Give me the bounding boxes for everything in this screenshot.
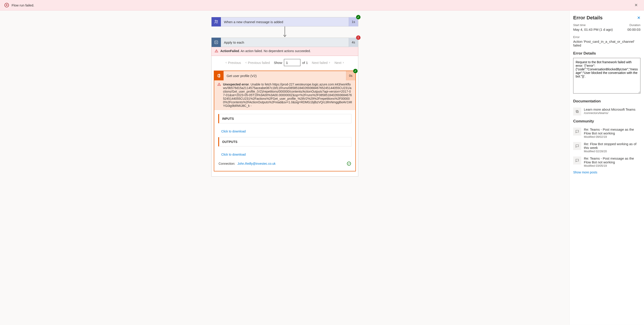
community-post[interactable]: Re: Teams - Post message as the Flow Bot… xyxy=(573,126,640,140)
chat-icon xyxy=(573,156,581,164)
connection-link[interactable]: John.Reilly@investec.co.uk xyxy=(238,162,276,166)
banner-text: Flow run failed. xyxy=(12,3,630,7)
inputs-box: INPUTS xyxy=(218,114,352,123)
pager-controls: ‹ Previous ‹ Previous failed Show of 1 N… xyxy=(214,59,356,70)
checkmark-icon: ✓ xyxy=(347,162,351,166)
close-icon[interactable]: ✕ xyxy=(633,3,640,8)
duration-label: Duration xyxy=(630,23,640,27)
success-badge-icon: ✓ xyxy=(356,15,360,19)
page-total: of 1 xyxy=(302,61,308,64)
success-badge-icon: ✓ xyxy=(353,69,358,73)
flow-connector xyxy=(4,26,565,38)
show-more-link[interactable]: Show more posts xyxy=(573,169,597,174)
doc-item-sub: /connectors/teams/ xyxy=(584,111,636,115)
outputs-box: OUTPUTS xyxy=(218,137,352,146)
chat-icon xyxy=(573,128,581,136)
start-time-label: Start time xyxy=(573,23,586,27)
error-circle-icon: ✕ xyxy=(4,3,9,7)
inner-error-strip: Unexpected error. Unable to fetch https:… xyxy=(214,80,356,110)
error-details-heading: Error Details xyxy=(573,51,640,56)
iterator-container: ‹ Previous ‹ Previous failed Show of 1 N… xyxy=(211,56,358,176)
inputs-download-link[interactable]: Click to download xyxy=(218,127,352,133)
inner-action-card[interactable]: ✓ Get user profile (V2) 0s xyxy=(214,70,356,172)
inner-error-text: Unexpected error. Unable to fetch https:… xyxy=(223,82,352,108)
page-input[interactable] xyxy=(284,59,300,66)
doc-item-title: Learn more about Microsoft Teams xyxy=(584,108,636,111)
community-sub: Modified 02/28/20 xyxy=(584,150,640,153)
connection-row: Connection: John.Reilly@investec.co.uk ✓ xyxy=(218,160,352,167)
action-failed-text: ActionFailed. An action failed. No depen… xyxy=(220,49,311,53)
community-heading: Community xyxy=(573,119,640,124)
error-summary: Action 'Post_card_in_a_chat_or_channel' … xyxy=(573,40,640,47)
office-icon xyxy=(214,71,224,80)
next-failed-button[interactable]: Next failed › xyxy=(312,60,330,64)
action-failed-strip: ActionFailed. An action failed. No depen… xyxy=(211,47,358,56)
svg-rect-8 xyxy=(576,111,578,113)
community-sub: Modified 09/02/19 xyxy=(584,135,640,138)
documentation-link[interactable]: Learn more about Microsoft Teams /connec… xyxy=(573,106,640,117)
outputs-label: OUTPUTS xyxy=(222,140,348,144)
apply-title: Apply to each xyxy=(221,38,349,47)
warning-icon xyxy=(215,49,218,54)
copy-icon xyxy=(573,108,581,116)
duration-value: 00:00:03 xyxy=(628,28,640,32)
community-post[interactable]: Re: Flow Bot stopped working as of this … xyxy=(573,140,640,155)
community-title: Re: Teams - Post message as the Flow Bot… xyxy=(584,156,640,164)
previous-failed-button[interactable]: ‹ Previous failed xyxy=(245,60,270,64)
community-post[interactable]: Re: Teams - Post message as the Flow Bot… xyxy=(573,155,640,169)
inputs-label: INPUTS xyxy=(222,117,348,120)
start-time-value: May 4, 01:43 PM (1 d ago) xyxy=(573,28,613,32)
community-title: Re: Flow Bot stopped working as of this … xyxy=(584,142,640,150)
documentation-heading: Documentation xyxy=(573,99,640,104)
error-details-panel: Error Details ✕ Start time Duration May … xyxy=(570,10,644,325)
chat-icon xyxy=(573,142,581,150)
community-sub: Modified 03/05/19 xyxy=(584,164,640,168)
previous-button[interactable]: ‹ Previous xyxy=(225,60,241,64)
close-icon[interactable]: ✕ xyxy=(637,15,640,20)
svg-rect-9 xyxy=(576,110,578,112)
flow-canvas: When a new channel message is added 1s ✓ xyxy=(0,10,570,325)
svg-point-0 xyxy=(215,20,216,22)
outputs-download-link[interactable]: Click to download xyxy=(218,150,352,156)
teams-icon xyxy=(212,17,221,26)
error-details-textarea[interactable] xyxy=(573,58,640,94)
trigger-title: When a new channel message is added xyxy=(221,17,349,26)
error-label: Error xyxy=(573,36,640,39)
apply-to-each-node[interactable]: Apply to each 4s ! ActionFailed. An acti… xyxy=(211,38,358,176)
error-banner: ✕ Flow run failed. ✕ xyxy=(0,0,644,10)
warning-icon xyxy=(217,82,221,87)
next-button[interactable]: Next › xyxy=(334,60,344,64)
loop-icon xyxy=(212,38,221,47)
connection-label: Connection: xyxy=(219,162,236,166)
community-title: Re: Teams - Post message as the Flow Bot… xyxy=(584,128,640,135)
inner-action-title: Get user profile (V2) xyxy=(224,71,346,80)
panel-title: Error Details xyxy=(573,15,602,21)
svg-point-1 xyxy=(217,21,218,22)
error-badge-icon: ! xyxy=(356,36,360,40)
trigger-node[interactable]: When a new channel message is added 1s ✓ xyxy=(211,17,358,26)
show-label: Show xyxy=(274,61,282,64)
